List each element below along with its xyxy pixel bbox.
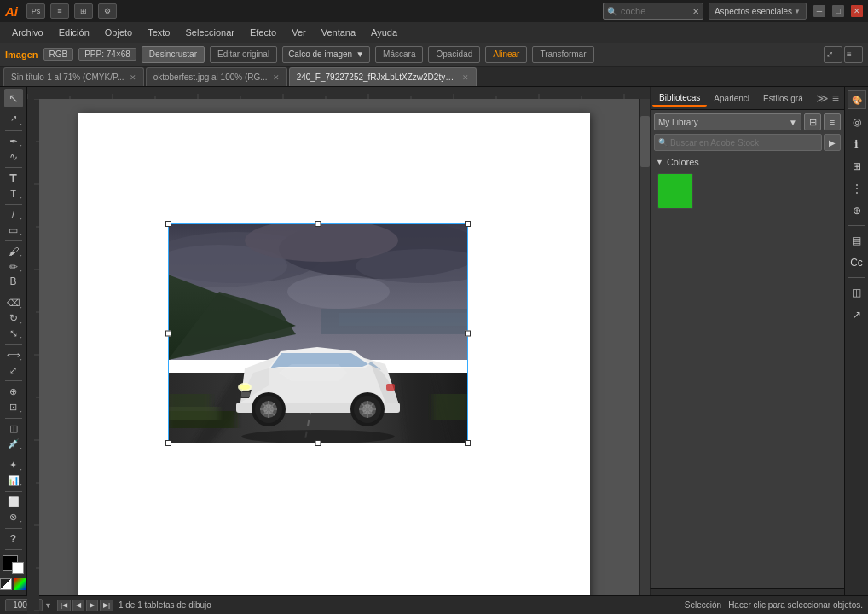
none-color[interactable] xyxy=(14,578,26,590)
eyedropper-tool[interactable]: 💉▸ xyxy=(4,437,23,451)
transform-panel-icon[interactable]: ⊞ xyxy=(848,157,866,176)
vertical-scrollbar[interactable] xyxy=(639,99,650,602)
navigator-icon[interactable]: ◎ xyxy=(848,113,866,131)
column-graph-tool[interactable]: 📊▸ xyxy=(4,473,23,488)
transform-tool-icon[interactable]: ⤢ xyxy=(824,46,842,63)
library-grid-view[interactable]: ⊞ xyxy=(804,113,821,130)
menu-archivo[interactable]: Archivo xyxy=(5,26,50,39)
alinear-button[interactable]: Alinear xyxy=(485,46,527,63)
direct-selection-tool[interactable]: ↗▸ xyxy=(4,108,23,127)
panel-options-icon[interactable]: ≡ xyxy=(844,46,863,63)
nav-prev[interactable]: ◀ xyxy=(72,600,84,611)
handle-bottom-center[interactable] xyxy=(315,440,321,446)
color-wheel-icon[interactable]: 🎨 xyxy=(848,90,866,109)
nav-next[interactable]: ▶ xyxy=(86,600,98,611)
libraries-tab[interactable]: Bibliotecas xyxy=(652,90,707,107)
minimize-button[interactable]: ─ xyxy=(813,5,825,17)
graphic-styles-tab[interactable]: Estilos grá xyxy=(756,91,810,106)
library-list-view[interactable]: ≡ xyxy=(824,113,841,130)
menu-icon[interactable]: ≡ xyxy=(50,3,69,19)
tab-0[interactable]: Sin título-1 al 71% (CMYK/P... ✕ xyxy=(3,67,144,86)
tab-1[interactable]: oktoberfest.jpg al 100% (RG... ✕ xyxy=(146,67,287,86)
nav-prev-prev[interactable]: |◀ xyxy=(57,600,71,611)
menu-ayuda[interactable]: Ayuda xyxy=(364,26,404,39)
library-dropdown[interactable]: My Library ▼ xyxy=(654,113,801,130)
colors-section-header[interactable]: ▼ Colores xyxy=(651,154,844,170)
handle-bottom-left[interactable] xyxy=(165,440,171,446)
tab-2-close[interactable]: ✕ xyxy=(462,73,469,82)
touch-type-tool[interactable]: T▸ xyxy=(4,186,23,200)
artboard-tool[interactable]: ⬜ xyxy=(4,495,23,509)
mascara-button[interactable]: Máscara xyxy=(375,46,423,63)
info-icon[interactable]: ℹ xyxy=(848,135,866,154)
settings-icon[interactable]: ⚙ xyxy=(98,3,117,19)
handle-top-right[interactable] xyxy=(465,221,471,227)
menu-efecto[interactable]: Efecto xyxy=(243,26,283,39)
question-tool[interactable]: ? xyxy=(4,531,23,546)
free-transform-tool[interactable]: ⤢ xyxy=(4,363,23,378)
panel-more-icon[interactable]: ≫ xyxy=(816,91,829,105)
handle-middle-left[interactable] xyxy=(165,331,171,337)
menu-seleccionar[interactable]: Seleccionar xyxy=(178,26,240,39)
placed-image[interactable] xyxy=(168,223,468,443)
menu-texto[interactable]: Texto xyxy=(141,26,176,39)
menu-ventana[interactable]: Ventana xyxy=(315,26,362,39)
pathfinder-icon[interactable]: ⊕ xyxy=(848,201,866,220)
ps-icon[interactable]: Ps xyxy=(26,3,45,19)
pen-tool[interactable]: ✒▸ xyxy=(4,135,23,149)
handle-middle-right[interactable] xyxy=(465,331,471,337)
zoom-dropdown-arrow[interactable]: ▼ xyxy=(44,601,52,610)
tab-1-close[interactable]: ✕ xyxy=(273,73,280,82)
paintbrush-tool[interactable]: 🖌▸ xyxy=(4,245,23,259)
maximize-button[interactable]: □ xyxy=(832,5,844,17)
share-icon[interactable]: ↗ xyxy=(848,305,866,324)
editar-original-button[interactable]: Editar original xyxy=(210,46,277,63)
width-tool[interactable]: ⟺▸ xyxy=(4,348,23,362)
scale-tool[interactable]: ⤡▸ xyxy=(4,327,23,341)
menu-edicion[interactable]: Edición xyxy=(52,26,96,39)
selection-tool[interactable]: ↖ xyxy=(4,89,23,107)
perspective-tool[interactable]: ⊡▸ xyxy=(4,400,23,414)
appearance-tab[interactable]: Aparienci xyxy=(707,91,756,106)
menu-ver[interactable]: Ver xyxy=(285,26,313,39)
line-tool[interactable]: /▸ xyxy=(4,208,23,223)
opacidad-button[interactable]: Opacidad xyxy=(428,46,480,63)
layers-icon[interactable]: ▤ xyxy=(848,231,866,250)
pencil-tool[interactable]: ✏▸ xyxy=(4,259,23,274)
tab-2[interactable]: 240_F_79227252_fRJxLbLtXZzw2D2tyyuMI4i58… xyxy=(289,67,477,86)
shape-builder-tool[interactable]: ⊕ xyxy=(4,385,23,399)
curvature-tool[interactable]: ∿ xyxy=(4,149,23,164)
workspace-selector[interactable]: Aspectos esenciales ▼ xyxy=(709,3,807,20)
menu-objeto[interactable]: Objeto xyxy=(98,26,139,39)
close-button[interactable]: ✕ xyxy=(851,5,863,17)
assets-icon[interactable]: ◫ xyxy=(848,283,866,302)
handle-top-center[interactable] xyxy=(315,221,321,227)
blob-brush-tool[interactable]: B xyxy=(4,275,23,289)
gradient-tool[interactable]: ◫ xyxy=(4,421,23,436)
stock-search-button[interactable]: ▶ xyxy=(824,134,841,151)
rectangle-tool[interactable]: ▭▸ xyxy=(4,223,23,237)
align-panel-icon[interactable]: ⋮ xyxy=(848,179,866,198)
swap-colors[interactable] xyxy=(0,578,12,590)
canvas-area[interactable] xyxy=(27,87,650,614)
panel-menu-icon[interactable]: ≡ xyxy=(832,91,839,105)
scrollbar-thumb-vertical[interactable] xyxy=(640,116,650,167)
slice-tool[interactable]: ⊗▸ xyxy=(4,510,23,524)
calco-imagen-dropdown[interactable]: Calco de imagen ▼ xyxy=(282,46,370,63)
background-color[interactable] xyxy=(12,562,24,574)
handle-bottom-right[interactable] xyxy=(465,440,471,446)
search-clear[interactable]: ✕ xyxy=(692,7,699,16)
transformar-button[interactable]: Transformar xyxy=(532,46,593,63)
desincrustar-button[interactable]: Desincrustar xyxy=(142,46,205,63)
rotate-tool[interactable]: ↻▸ xyxy=(4,311,23,326)
green-swatch[interactable] xyxy=(657,173,693,209)
eraser-tool[interactable]: ⌫▸ xyxy=(4,297,23,311)
library-search-input[interactable] xyxy=(670,138,818,148)
tab-0-close[interactable]: ✕ xyxy=(130,73,136,82)
search-input[interactable] xyxy=(621,6,689,16)
cc-libraries-icon[interactable]: Cc xyxy=(848,253,866,272)
arrange-icon[interactable]: ⊞ xyxy=(74,3,93,19)
symbol-sprayer-tool[interactable]: ✦▸ xyxy=(4,458,23,472)
handle-top-left[interactable] xyxy=(165,221,171,227)
nav-next-next[interactable]: ▶| xyxy=(100,600,113,611)
